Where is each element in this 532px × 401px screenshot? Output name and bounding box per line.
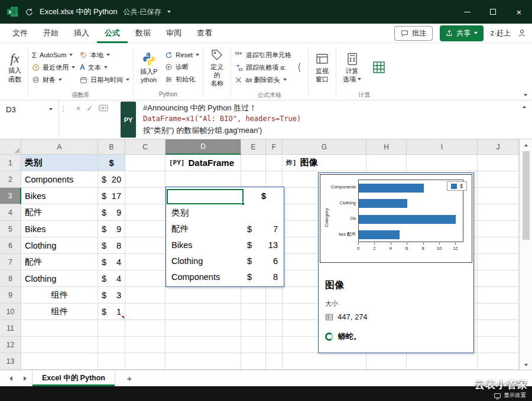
share-button[interactable]: 共享 <box>440 25 484 41</box>
row-header-8[interactable]: 8 <box>0 270 21 287</box>
column-header-A[interactable]: A <box>21 139 98 155</box>
cell-E13[interactable] <box>241 353 266 370</box>
row-header-6[interactable]: 6 <box>0 237 21 254</box>
cell-A1[interactable]: 类别 <box>21 155 98 171</box>
cell-A5[interactable]: Bikes <box>21 221 98 237</box>
remove-arrows-button[interactable]: ax 删除箭头 <box>235 76 291 84</box>
cell-D10[interactable] <box>166 304 241 320</box>
cell-A12[interactable] <box>21 337 98 353</box>
row-header-9[interactable]: 9 <box>0 287 21 304</box>
cell-B6[interactable]: $8 <box>98 237 125 254</box>
insert-function-button[interactable]: fx 插入 函数 <box>5 51 24 84</box>
row-header-5[interactable]: 5 <box>0 221 21 237</box>
autosum-button[interactable]: Σ AutoSum <box>32 51 75 60</box>
cell-A10[interactable]: 组件 <box>21 304 98 320</box>
tab-插入[interactable]: 插入 <box>66 24 97 43</box>
calculate-sheet-button[interactable] <box>369 59 389 76</box>
scroll-up-icon[interactable] <box>524 144 528 146</box>
python-reset-button[interactable]: Reset <box>165 51 199 59</box>
insert-python-button[interactable]: 插入P ython <box>137 50 160 85</box>
cell-F2[interactable] <box>266 171 283 188</box>
cell-F10[interactable] <box>266 304 283 320</box>
financial-button[interactable]: 财务 <box>32 76 75 84</box>
cell-A13[interactable] <box>21 353 98 370</box>
insert-function-keypad-icon[interactable] <box>99 105 108 139</box>
column-header-J[interactable]: J <box>478 139 519 155</box>
cell-B5[interactable]: $9 <box>98 221 125 237</box>
cell-A4[interactable]: 配件 <box>21 204 98 221</box>
comments-button[interactable]: 批注 <box>394 26 433 41</box>
user-badge[interactable]: z·赶上 <box>491 28 511 38</box>
cell-F9[interactable] <box>266 287 283 304</box>
column-header-F[interactable]: F <box>266 139 283 155</box>
sheet-nav-left-icon[interactable] <box>4 370 18 386</box>
cell-E12[interactable] <box>241 337 266 353</box>
python-diagnostics-button[interactable]: 诊断 <box>165 63 199 71</box>
cell-E11[interactable] <box>241 320 266 337</box>
row-header-13[interactable]: 13 <box>0 353 21 370</box>
cell-F11[interactable] <box>266 320 283 337</box>
cell-J10[interactable] <box>478 304 519 320</box>
cell-I1[interactable] <box>407 155 478 171</box>
cell-H1[interactable] <box>366 155 407 171</box>
cell-A2[interactable]: Components <box>21 171 98 188</box>
cell-C7[interactable] <box>125 254 166 270</box>
trace-precedents-button[interactable]: 追踪引用单元格 <box>235 51 291 60</box>
cell-B13[interactable] <box>98 353 125 370</box>
cell-D11[interactable] <box>166 320 241 337</box>
cell-J4[interactable] <box>478 204 519 221</box>
recently-used-button[interactable]: 最近使用 <box>32 63 75 72</box>
user-icon[interactable] <box>518 29 526 37</box>
column-header-H[interactable]: H <box>366 139 407 155</box>
datetime-functions-button[interactable]: 日期与时间 <box>80 76 129 84</box>
cell-D2[interactable] <box>166 171 241 188</box>
cell-J3[interactable] <box>478 188 519 204</box>
cell-J6[interactable] <box>478 237 519 254</box>
column-header-E[interactable]: E <box>241 139 266 155</box>
enter-icon[interactable]: ✓ <box>86 105 93 139</box>
tab-查看[interactable]: 查看 <box>189 24 220 43</box>
cell-A3[interactable]: Bikes <box>21 188 98 204</box>
column-header-B[interactable]: B <box>98 139 125 155</box>
cell-B3[interactable]: $17 <box>98 188 125 204</box>
cell-A6[interactable]: Clothing <box>21 237 98 254</box>
cell-D1[interactable]: [PY]DataFrame <box>166 155 241 171</box>
cell-D13[interactable] <box>166 353 241 370</box>
cell-I13[interactable] <box>407 353 478 370</box>
row-header-4[interactable]: 4 <box>0 204 21 221</box>
column-header-G[interactable]: G <box>283 139 366 155</box>
tab-开始[interactable]: 开始 <box>35 24 66 43</box>
cell-F13[interactable] <box>266 353 283 370</box>
tab-数据[interactable]: 数据 <box>128 24 158 43</box>
display-settings-button[interactable]: 显示设置 <box>494 392 526 399</box>
name-box[interactable]: D3 <box>0 100 59 139</box>
cell-J11[interactable] <box>478 320 519 337</box>
cell-D9[interactable] <box>166 287 241 304</box>
cell-G1[interactable]: 炸]图像 <box>283 155 366 171</box>
cell-G13[interactable] <box>283 353 366 370</box>
cell-J8[interactable] <box>478 270 519 287</box>
cell-C8[interactable] <box>125 270 166 287</box>
fill-handle[interactable] <box>241 202 245 206</box>
column-header-I[interactable]: I <box>407 139 478 155</box>
cell-B1[interactable]: $ <box>98 155 125 171</box>
cell-A9[interactable]: 组件 <box>21 287 98 304</box>
scroll-down-icon[interactable] <box>524 364 528 366</box>
column-header-C[interactable]: C <box>125 139 166 155</box>
text-functions-button[interactable]: A 文本 <box>80 63 129 72</box>
python-initialize-button[interactable]: 初始化 <box>165 75 199 84</box>
tab-公式[interactable]: 公式 <box>97 24 128 43</box>
cell-C13[interactable] <box>125 353 166 370</box>
cell-J1[interactable] <box>478 155 519 171</box>
tab-文件[interactable]: 文件 <box>5 24 35 43</box>
dataframe-card[interactable]: $ 类别 配件$7Bikes$13Clothing$6Components$8 <box>166 187 284 287</box>
row-header-11[interactable]: 11 <box>0 320 21 337</box>
local-functions-button[interactable]: 本地 <box>80 51 129 60</box>
python-image-card[interactable]: ComponentsClothingOakes 配件024681012Categ… <box>318 172 474 353</box>
cell-C1[interactable] <box>125 155 166 171</box>
cancel-icon[interactable]: × <box>76 105 81 139</box>
watch-window-button[interactable]: 监视 窗口 <box>312 51 332 84</box>
row-header-12[interactable]: 12 <box>0 337 21 353</box>
cell-B11[interactable] <box>98 320 125 337</box>
add-sheet-button[interactable]: + <box>124 373 135 384</box>
